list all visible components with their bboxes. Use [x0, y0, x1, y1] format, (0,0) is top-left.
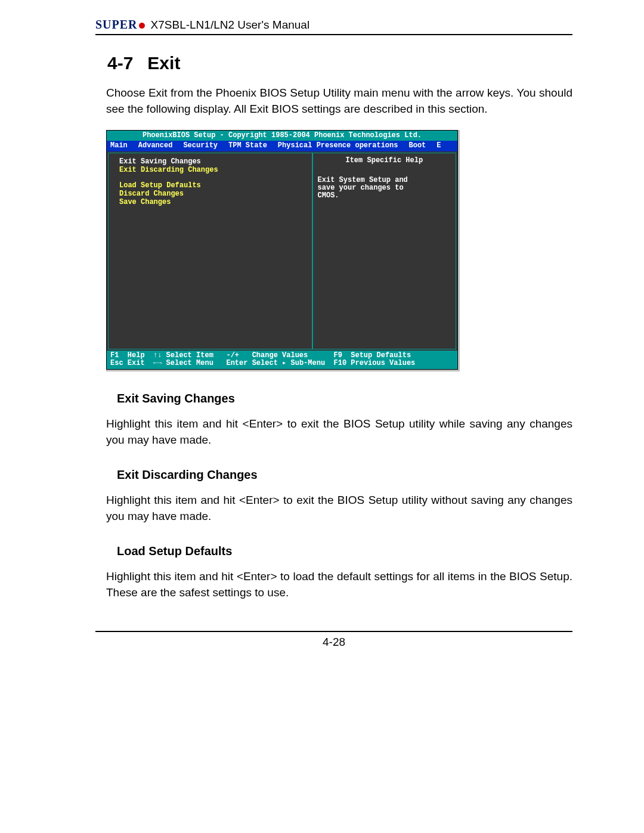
- section-title-text: Exit: [147, 53, 180, 73]
- section-heading: 4-7Exit: [107, 53, 572, 73]
- bios-footer-row-1: F1 Help ↑↓ Select Item -/+ Change Values…: [110, 352, 454, 360]
- subsection-heading-1: Exit Saving Changes: [117, 392, 572, 405]
- brand-text: SUPER: [95, 18, 138, 31]
- bios-menu-overflow[interactable]: E: [436, 142, 441, 150]
- bios-menu-security[interactable]: Security: [183, 142, 218, 150]
- bios-titlebar: PhoenixBIOS Setup - Copyright 1985-2004 …: [107, 131, 457, 141]
- page-number: 4-28: [95, 636, 572, 649]
- bios-footer: F1 Help ↑↓ Select Item -/+ Change Values…: [107, 351, 457, 369]
- bios-item-save-changes[interactable]: Save Changes: [119, 199, 306, 206]
- brand-logo: SUPER: [95, 18, 145, 32]
- footer-rule: [95, 631, 572, 632]
- bios-item-discard-changes[interactable]: Discard Changes: [119, 190, 306, 198]
- subsection-body-2: Highlight this item and hit <Enter> to e…: [106, 493, 572, 524]
- bios-footer-row-2: Esc Exit ←→ Select Menu Enter Select ▸ S…: [110, 360, 454, 367]
- bios-item-list: Exit Saving Changes Exit Discarding Chan…: [108, 153, 312, 349]
- bios-item-exit-discarding[interactable]: Exit Discarding Changes: [119, 166, 306, 174]
- subsection-heading-3: Load Setup Defaults: [117, 544, 572, 558]
- subsection-heading-2: Exit Discarding Changes: [117, 468, 572, 482]
- brand-dot-icon: [139, 23, 145, 29]
- intro-paragraph: Choose Exit from the Phoenix BIOS Setup …: [106, 85, 572, 117]
- bios-menu-tpm-state[interactable]: TPM State: [228, 142, 267, 150]
- bios-help-title: Item Specific Help: [318, 157, 451, 165]
- bios-main-area: Exit Saving Changes Exit Discarding Chan…: [107, 151, 457, 351]
- subsection-body-3: Highlight this item and hit <Enter> to l…: [106, 569, 572, 600]
- bios-help-body: Exit System Setup and save your changes …: [318, 176, 451, 200]
- bios-menu-physical-presence[interactable]: Physical Presence operations: [278, 142, 398, 150]
- manual-title: X7SBL-LN1/LN2 User's Manual: [151, 18, 310, 32]
- bios-item-load-defaults[interactable]: Load Setup Defaults: [119, 182, 306, 190]
- bios-screenshot: PhoenixBIOS Setup - Copyright 1985-2004 …: [106, 130, 460, 371]
- bios-menu-advanced[interactable]: Advanced: [138, 142, 173, 150]
- bios-window: PhoenixBIOS Setup - Copyright 1985-2004 …: [106, 130, 458, 370]
- bios-help-panel: Item Specific Help Exit System Setup and…: [312, 153, 456, 349]
- section-number: 4-7: [107, 53, 133, 73]
- document-page: SUPER X7SBL-LN1/LN2 User's Manual 4-7Exi…: [0, 0, 644, 833]
- bios-item-exit-saving[interactable]: Exit Saving Changes: [119, 158, 306, 166]
- bios-menu-main[interactable]: Main: [110, 142, 128, 150]
- bios-menubar: Main Advanced Security TPM State Physica…: [107, 141, 457, 151]
- subsection-body-1: Highlight this item and hit <Enter> to e…: [106, 416, 572, 448]
- page-header: SUPER X7SBL-LN1/LN2 User's Manual: [95, 18, 572, 35]
- bios-menu-boot[interactable]: Boot: [408, 142, 426, 150]
